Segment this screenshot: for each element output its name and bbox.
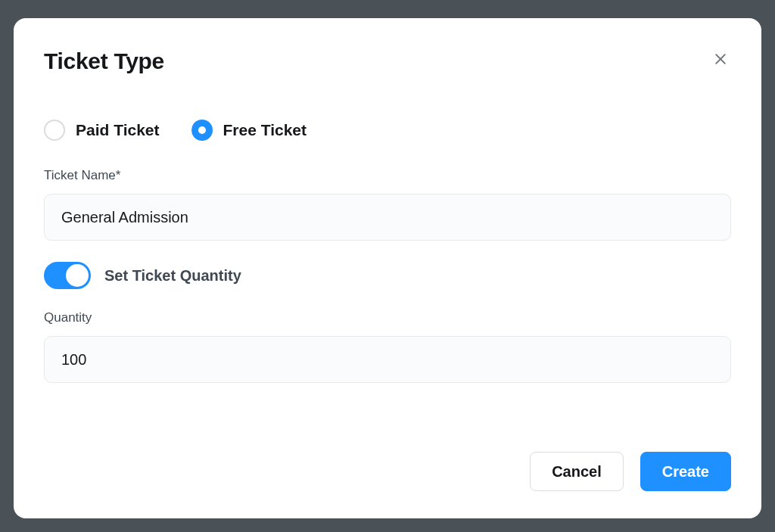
close-button[interactable] <box>710 48 731 70</box>
quantity-toggle[interactable] <box>44 262 91 289</box>
paid-ticket-label: Paid Ticket <box>76 121 160 139</box>
cancel-button[interactable]: Cancel <box>530 452 624 491</box>
create-button[interactable]: Create <box>640 452 731 491</box>
quantity-label: Quantity <box>44 310 731 325</box>
quantity-toggle-row: Set Ticket Quantity <box>44 262 731 289</box>
modal-footer: Cancel Create <box>44 452 731 491</box>
close-icon <box>713 51 728 67</box>
modal-title: Ticket Type <box>44 48 164 74</box>
ticket-name-input[interactable] <box>44 194 731 241</box>
ticket-type-modal: Ticket Type Paid Ticket Free Ticket Tick… <box>14 18 761 518</box>
paid-ticket-radio[interactable]: Paid Ticket <box>44 120 160 141</box>
quantity-input[interactable] <box>44 336 731 383</box>
radio-icon <box>44 120 65 141</box>
free-ticket-radio[interactable]: Free Ticket <box>191 120 307 141</box>
modal-header: Ticket Type <box>44 48 731 74</box>
free-ticket-label: Free Ticket <box>223 121 307 139</box>
quantity-field: Quantity <box>44 310 731 383</box>
ticket-kind-radio-group: Paid Ticket Free Ticket <box>44 120 731 141</box>
radio-icon <box>191 120 213 141</box>
form-body: Paid Ticket Free Ticket Ticket Name* Set… <box>44 120 731 452</box>
toggle-knob <box>66 264 89 287</box>
ticket-name-label: Ticket Name* <box>44 168 731 183</box>
quantity-toggle-label: Set Ticket Quantity <box>104 267 241 285</box>
ticket-name-field: Ticket Name* <box>44 168 731 241</box>
